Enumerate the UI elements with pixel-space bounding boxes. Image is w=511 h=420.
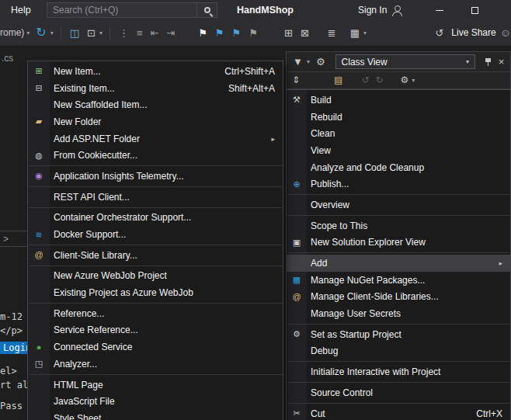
minimize-button[interactable] (426, 0, 453, 20)
context-menu-item-add[interactable]: Add▸ (287, 255, 510, 272)
next-bookmark-icon[interactable]: ⚑ (232, 28, 242, 38)
menu-item-label: Add ASP.NET Folder (54, 134, 140, 144)
maximize-button[interactable] (461, 0, 488, 20)
page-inspector-icon[interactable]: ⊡ (87, 28, 96, 38)
close-icon: × (499, 56, 505, 68)
context-menu-item-cut[interactable]: ✂CutCtrl+X (287, 405, 510, 420)
startup-gear-icon: ⚙ (287, 330, 307, 338)
menu-item-label: Existing Project as Azure WebJob (54, 287, 193, 298)
context-menu-item-manage-client-side-libraries[interactable]: @Manage Client-Side Libraries... (287, 289, 510, 306)
quick-search-box[interactable] (47, 2, 217, 18)
toolbar-separator (61, 26, 61, 39)
client-side-library-icon: @ (28, 251, 50, 259)
browser-link-icon[interactable]: ◫ (70, 28, 79, 38)
sort-order-icon[interactable]: ⇕ (292, 75, 300, 85)
add-submenu-item-existing-project-as-azure-webjob[interactable]: Existing Project as Azure WebJob (28, 284, 283, 301)
feedback-icon[interactable]: ☺ (500, 27, 511, 38)
add-submenu-item-service-reference[interactable]: Service Reference... (28, 322, 283, 339)
view-settings-gear-icon[interactable]: ⚙ (316, 57, 325, 67)
toolbox-icon[interactable]: ▦ (350, 28, 360, 38)
context-menu-item-overview[interactable]: Overview (287, 196, 510, 213)
add-submenu-item-analyzer[interactable]: ◳Analyzer... (28, 356, 283, 373)
chevron-down-icon[interactable]: ▾ (50, 30, 54, 36)
navigate-forward-icon[interactable]: ↻ (375, 75, 383, 85)
menu-item-label: Build (311, 95, 332, 106)
context-menu-item-new-solution-explorer-view[interactable]: ▣New Solution Explorer View (287, 234, 510, 252)
prev-bookmark-icon[interactable]: ⚑ (215, 28, 224, 38)
add-submenu-item-connected-service[interactable]: ●Connected Service (28, 338, 283, 356)
context-menu-item-build[interactable]: ⚒Build (287, 92, 510, 109)
add-submenu-item-client-side-library[interactable]: @Client-Side Library... (28, 247, 283, 264)
new-window-icon[interactable]: ⊞ (284, 28, 293, 38)
live-share-button[interactable]: ↺ Live Share (431, 27, 495, 38)
scissors-icon: ✂ (287, 409, 307, 418)
word-wrap-icon[interactable]: ≡ (137, 28, 143, 38)
search-button[interactable] (196, 3, 217, 17)
splitter-line (0, 246, 27, 247)
context-menu-item-analyze-and-code-cleanup[interactable]: Analyze and Code Cleanup (287, 159, 510, 176)
menu-item-label: Application Insights Telemetry... (54, 171, 184, 182)
close-window-icon[interactable]: ⊠ (301, 28, 309, 38)
context-menu-item-rebuild[interactable]: Rebuild (287, 109, 510, 126)
context-menu-item-debug[interactable]: Debug (287, 343, 510, 360)
menu-item-label: Overview (311, 200, 349, 210)
context-menu-item-set-as-startup-project[interactable]: ⚙Set as Startup Project (287, 326, 510, 343)
toggle-bookmark-icon[interactable]: ⚑ (198, 28, 207, 38)
browser-select-dropdown[interactable]: rome) ▾ (0, 27, 32, 38)
search-input[interactable] (47, 3, 196, 17)
task-list-icon[interactable]: ≣ (328, 28, 336, 38)
add-submenu-item-container-orchestrator-support[interactable]: Container Orchestrator Support... (28, 210, 283, 227)
indent-decrease-icon[interactable]: ⇤ (151, 28, 159, 38)
help-menu[interactable]: Help (11, 5, 31, 16)
solution-explorer-icon: ▣ (287, 238, 307, 247)
refresh-icon[interactable]: ↻ (36, 26, 46, 39)
group-by-icon[interactable]: ▤ (334, 75, 342, 85)
context-menu-item-manage-user-secrets[interactable]: Manage User Secrets (287, 305, 510, 322)
chevron-down-icon[interactable]: ▾ (363, 30, 367, 36)
add-submenu-item-from-cookiecutter[interactable]: ◍From Cookiecutter... (28, 147, 283, 164)
chevron-down-icon[interactable]: ▾ (307, 58, 310, 65)
add-submenu-item-new-folder[interactable]: ▰New Folder (28, 113, 283, 130)
context-menu-item-initialize-interactive-with-project[interactable]: Initialize Interactive with Project (287, 363, 510, 380)
add-submenu-item-javascript-file[interactable]: JavaScript File (28, 393, 283, 410)
filter-icon[interactable]: ▼ (293, 57, 303, 67)
context-menu-item-source-control[interactable]: Source Control (287, 384, 510, 401)
add-submenu-item-new-scaffolded-item[interactable]: New Scaffolded Item... (28, 96, 283, 113)
add-submenu-item-application-insights-telemetry[interactable]: ◉Application Insights Telemetry... (28, 168, 283, 185)
indent-increase-icon[interactable]: ⇥ (167, 28, 176, 38)
sign-in-button[interactable]: Sign In (358, 0, 402, 20)
add-submenu-item-add-asp-net-folder[interactable]: Add ASP.NET Folder▸ (28, 130, 283, 148)
context-menu-item-publish[interactable]: ⊕Publish... (287, 175, 510, 193)
add-submenu-item-new-azure-webjob-project[interactable]: New Azure WebJob Project (28, 268, 283, 285)
class-view-title-dropdown[interactable]: Class View ▾ (335, 54, 475, 69)
menu-item-label: Cut (311, 408, 325, 419)
add-submenu-item-new-item[interactable]: ⊞New Item...Ctrl+Shift+A (28, 63, 283, 80)
pin-button[interactable] (481, 55, 495, 68)
menu-item-label: Client-Side Library... (54, 250, 137, 261)
menu-item-label: Manage NuGet Packages... (311, 275, 425, 286)
context-menu-item-view[interactable]: View (287, 142, 510, 159)
chevron-down-icon[interactable]: ▾ (99, 30, 103, 36)
add-submenu-item-style-sheet[interactable]: Style Sheet (28, 410, 283, 420)
chevron-down-icon[interactable]: ▾ (412, 77, 415, 84)
outline-icon[interactable]: ⋮ (119, 28, 129, 38)
class-view-panel: ▼▾⚙ Class View ▾ × ⇕▤↺↻⚙▾ (286, 51, 511, 89)
add-submenu-item-docker-support[interactable]: ≋Docker Support... (28, 226, 283, 243)
live-share-icon: ↺ (435, 28, 443, 38)
clear-bookmarks-icon[interactable]: ⚑ (249, 28, 258, 38)
add-submenu-item-existing-item[interactable]: ⊟Existing Item...Shift+Alt+A (28, 80, 283, 97)
add-submenu-item-html-page[interactable]: HTML Page (28, 377, 283, 394)
context-menu-item-manage-nuget-packages[interactable]: ▦Manage NuGet Packages... (287, 272, 510, 289)
class-view-settings-icon[interactable]: ⚙ (401, 75, 409, 85)
add-submenu-item-rest-api-client[interactable]: REST API Client... (28, 189, 283, 206)
submenu-arrow-icon: ▸ (271, 135, 275, 143)
close-button[interactable]: × (495, 55, 508, 68)
navigate-back-icon[interactable]: ↺ (361, 75, 369, 85)
context-menu-item-scope-to-this[interactable]: Scope to This (287, 217, 510, 234)
add-submenu-item-reference[interactable]: Reference... (28, 305, 283, 322)
add-submenu-item-separator (29, 266, 282, 266)
toolbar-gap (179, 33, 194, 33)
menu-item-shortcut: Ctrl+Shift+A (224, 66, 275, 77)
browser-select-label: rome) (0, 27, 24, 38)
context-menu-item-clean[interactable]: Clean (287, 125, 510, 142)
